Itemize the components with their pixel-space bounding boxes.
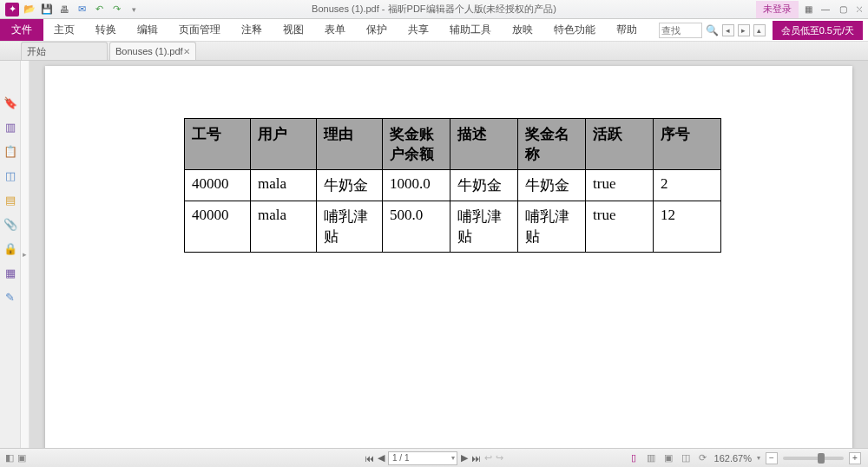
menu-annotate[interactable]: 注释	[231, 19, 273, 41]
login-button[interactable]: 未登录	[756, 1, 799, 18]
tab-start-label: 开始	[27, 45, 46, 58]
security-icon[interactable]: 🔒	[3, 241, 17, 255]
side-toolbar: 🔖 ▥ 📋 ◫ ▤ 📎 🔒 ▦ ✎	[0, 61, 21, 448]
close-window-icon[interactable]: ⛌	[852, 3, 868, 16]
bookmark-icon[interactable]: 🔖	[3, 95, 17, 109]
ribbon-menu: 文件 主页 转换 编辑 页面管理 注释 视图 表单 保护 共享 辅助工具 放映 …	[0, 19, 868, 42]
view-facing-icon[interactable]: ▣	[662, 452, 674, 464]
save-icon[interactable]: 💾	[40, 3, 54, 16]
zoom-out-btn[interactable]: −	[766, 452, 778, 464]
signature-icon[interactable]: ✎	[3, 290, 17, 304]
layout-icon[interactable]: ▦	[800, 3, 816, 16]
info-icon[interactable]: ◧	[5, 452, 14, 464]
maximize-icon[interactable]: ▢	[835, 3, 851, 16]
table-row: 40000 mala 哺乳津贴 500.0 哺乳津贴 哺乳津贴 true 12	[185, 201, 721, 253]
history-fwd-icon[interactable]: ↪	[496, 452, 503, 464]
menu-convert[interactable]: 转换	[85, 19, 127, 41]
comments-icon[interactable]: ▤	[3, 193, 17, 207]
clipboard-icon[interactable]: 📋	[3, 144, 17, 158]
document-canvas[interactable]: 工号 用户 理由 奖金账户余额 描述 奖金名称 活跃 序号 40000 mala…	[30, 61, 868, 448]
menu-help[interactable]: 帮助	[606, 19, 648, 41]
workspace: 🔖 ▥ 📋 ◫ ▤ 📎 🔒 ▦ ✎ ▸ 工号 用户 理由 奖金账户余额 描述 奖…	[0, 61, 868, 448]
th-desc: 描述	[450, 119, 518, 170]
nav-prev-btn[interactable]: ◂	[722, 24, 734, 36]
layers-icon[interactable]: ◫	[3, 168, 17, 182]
menu-forms[interactable]: 表单	[314, 19, 356, 41]
file-menu-button[interactable]: 文件	[0, 19, 43, 41]
th-balance: 奖金账户余额	[383, 119, 450, 170]
open-icon[interactable]: 📂	[23, 3, 36, 16]
view-rotate-icon[interactable]: ⟳	[697, 452, 709, 464]
tab-document-label: Bonuses (1).pdf	[115, 46, 183, 56]
search-icon[interactable]: 🔍	[706, 24, 719, 36]
redo-icon[interactable]: ↷	[109, 3, 123, 16]
close-tab-icon[interactable]: ✕	[183, 47, 190, 56]
prev-page-icon[interactable]: ◀	[378, 452, 385, 464]
zoom-value: 162.67%	[714, 453, 752, 464]
menu-slideshow[interactable]: 放映	[502, 19, 543, 41]
page-navigation: ⏮ ◀ 1 / 1 ▾ ▶ ⏭ ↩ ↪	[365, 451, 503, 465]
info2-icon[interactable]: ▣	[17, 452, 26, 464]
app-icon: ✦	[5, 3, 19, 16]
attachments-icon[interactable]: 📎	[3, 217, 17, 231]
undo-icon[interactable]: ↶	[92, 3, 106, 16]
mail-icon[interactable]: ✉	[75, 3, 89, 16]
th-reason: 理由	[317, 119, 383, 170]
menu-view[interactable]: 视图	[273, 19, 314, 41]
document-tabs: 开始 Bonuses (1).pdf ✕	[0, 42, 868, 61]
view-cover-icon[interactable]: ◫	[680, 452, 692, 464]
status-bar: ◧ ▣ ⏮ ◀ 1 / 1 ▾ ▶ ⏭ ↩ ↪ ▯ ▥ ▣ ◫ ⟳ 162.67…	[0, 448, 868, 467]
th-bonus: 奖金名称	[518, 119, 586, 170]
print-icon[interactable]: 🖶	[57, 3, 71, 16]
tab-start[interactable]: 开始	[21, 42, 108, 60]
last-page-icon[interactable]: ⏭	[471, 453, 481, 464]
pages-panel-icon[interactable]: ▥	[3, 120, 17, 134]
page-number-text: 1 / 1	[392, 453, 409, 463]
view-single-icon[interactable]: ▯	[628, 452, 640, 464]
collapse-ribbon-btn[interactable]: ▴	[753, 24, 766, 36]
th-user: 用户	[251, 119, 317, 170]
quick-access-toolbar: ✦ 📂 💾 🖶 ✉ ↶ ↷ ▾	[0, 3, 141, 16]
tab-document[interactable]: Bonuses (1).pdf ✕	[109, 42, 196, 60]
page-number-field[interactable]: 1 / 1 ▾	[388, 451, 457, 465]
table-header-row: 工号 用户 理由 奖金账户余额 描述 奖金名称 活跃 序号	[185, 119, 721, 170]
th-active: 活跃	[586, 119, 654, 170]
first-page-icon[interactable]: ⏮	[365, 453, 374, 464]
pdf-page: 工号 用户 理由 奖金账户余额 描述 奖金名称 活跃 序号 40000 mala…	[45, 66, 852, 448]
menu-share[interactable]: 共享	[398, 19, 439, 41]
qat-dropdown-icon[interactable]: ▾	[127, 3, 141, 16]
page-dropdown-icon[interactable]: ▾	[451, 454, 455, 462]
menu-accessibility[interactable]: 辅助工具	[439, 19, 502, 41]
menu-features[interactable]: 特色功能	[543, 19, 606, 41]
menu-home[interactable]: 主页	[43, 19, 85, 41]
zoom-dropdown-icon[interactable]: ▾	[757, 454, 760, 462]
th-id: 工号	[185, 119, 251, 170]
th-seq: 序号	[654, 119, 721, 170]
promo-banner[interactable]: 会员低至0.5元/天	[773, 21, 863, 40]
nav-next-btn[interactable]: ▸	[738, 24, 750, 36]
next-page-icon[interactable]: ▶	[461, 452, 468, 464]
titlebar: ✦ 📂 💾 🖶 ✉ ↶ ↷ ▾ Bonuses (1).pdf - 福昕PDF编…	[0, 0, 868, 19]
list-icon[interactable]: ▦	[3, 266, 17, 280]
menu-pages[interactable]: 页面管理	[168, 19, 231, 41]
table-row: 40000 mala 牛奶金 1000.0 牛奶金 牛奶金 true 2	[185, 170, 721, 201]
data-table: 工号 用户 理由 奖金账户余额 描述 奖金名称 活跃 序号 40000 mala…	[184, 118, 721, 253]
menu-protect[interactable]: 保护	[356, 19, 398, 41]
history-back-icon[interactable]: ↩	[484, 452, 492, 464]
zoom-in-btn[interactable]: +	[849, 452, 861, 464]
minimize-icon[interactable]: —	[818, 3, 833, 16]
view-continuous-icon[interactable]: ▥	[645, 452, 657, 464]
zoom-thumb[interactable]	[818, 453, 825, 464]
panel-toggle-handle[interactable]: ▸	[21, 61, 30, 448]
menu-edit[interactable]: 编辑	[127, 19, 168, 41]
zoom-slider[interactable]	[783, 457, 844, 460]
search-input[interactable]	[659, 23, 702, 38]
